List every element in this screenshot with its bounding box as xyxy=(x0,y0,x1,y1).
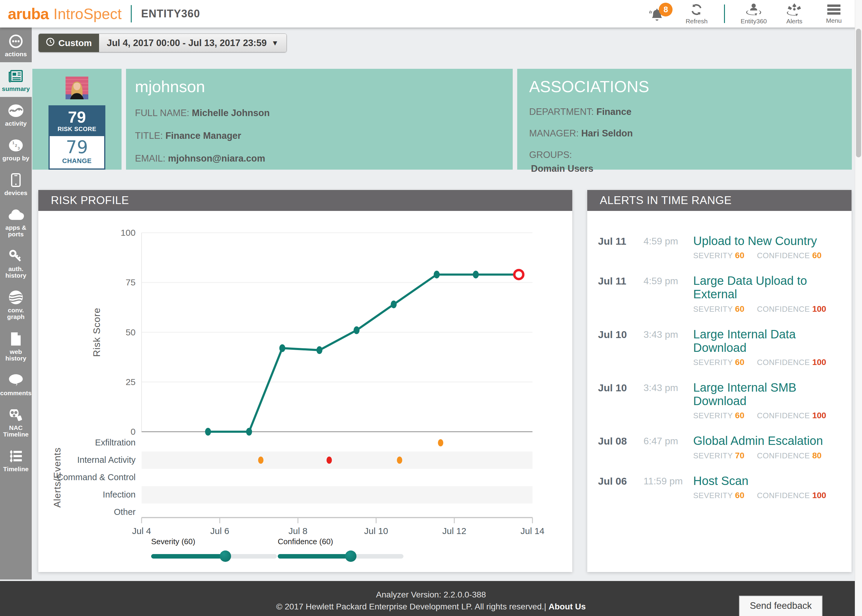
svg-text:Alerts/Events: Alerts/Events xyxy=(52,447,63,508)
about-us-link[interactable]: About Us xyxy=(549,602,586,611)
event-dot[interactable] xyxy=(397,457,402,464)
alert-date: Jul 08 xyxy=(598,434,643,460)
event-dot[interactable] xyxy=(258,457,263,464)
event-dot[interactable] xyxy=(438,439,443,446)
sidebar-item-apps-ports[interactable]: apps & ports xyxy=(0,201,32,242)
svg-text:Jul 4: Jul 4 xyxy=(132,526,151,536)
alert-confidence: CONFIDENCE 80 xyxy=(757,451,822,460)
alert-date: Jul 11 xyxy=(598,274,643,314)
current-risk-marker[interactable] xyxy=(514,270,523,279)
risk-point[interactable] xyxy=(434,271,440,278)
svg-text:Jul 6: Jul 6 xyxy=(211,526,229,536)
risk-point[interactable] xyxy=(473,271,479,278)
entity360-button[interactable]: Entity360 xyxy=(741,3,767,25)
alert-row: Jul 10 3:43 pm Large Internal SMB Downlo… xyxy=(598,381,846,420)
brand-logo: aruba IntroSpect xyxy=(8,5,122,23)
risk-point[interactable] xyxy=(279,344,285,352)
entity-info-card: mjohnson FULL NAME: Michelle Johnson TIT… xyxy=(126,69,513,170)
alert-confidence: CONFIDENCE 100 xyxy=(757,304,826,314)
scrollbar-thumb[interactable] xyxy=(856,29,861,157)
severity-slider-track[interactable] xyxy=(151,554,277,559)
notification-badge: 8 xyxy=(659,3,673,16)
menu-button[interactable]: Menu xyxy=(822,3,846,24)
alert-severity: SEVERITY 60 xyxy=(693,411,744,420)
alert-title-link[interactable]: Global Admin Escalation xyxy=(693,434,846,448)
time-range-control[interactable]: Custom Jul 4, 2017 00:00 - Jul 13, 2017 … xyxy=(38,33,287,52)
alert-title-link[interactable]: Large Internal Data Download xyxy=(693,328,846,355)
severity-slider-knob[interactable] xyxy=(220,550,231,562)
alert-confidence: CONFIDENCE 60 xyxy=(757,251,822,260)
user-photo xyxy=(60,77,93,99)
severity-slider-label: Severity (60) xyxy=(151,537,277,546)
time-range-value[interactable]: Jul 4, 2017 00:00 - Jul 13, 2017 23:59 ▼ xyxy=(99,34,286,52)
header-divider xyxy=(131,5,132,22)
event-dot[interactable] xyxy=(327,457,332,464)
page-scrollbar[interactable] xyxy=(855,0,862,616)
sidebar-item-activity[interactable]: activity xyxy=(0,97,32,132)
risk-point[interactable] xyxy=(316,346,322,354)
confidence-slider-label: Confidence (60) xyxy=(278,537,403,546)
sidebar-item-nac-timeline[interactable]: NAC Timeline xyxy=(0,401,32,443)
svg-text:25: 25 xyxy=(126,377,135,387)
severity-slider: Severity (60) xyxy=(151,537,277,559)
risk-point[interactable] xyxy=(246,428,252,435)
sidebar-item-summary[interactable]: summary xyxy=(0,62,32,97)
severity-slider-fill xyxy=(151,554,225,559)
risk-score-box: 79 RISK SCORE 79 CHANGE xyxy=(49,105,105,170)
risk-point[interactable] xyxy=(205,428,211,435)
sidebar-item-actions[interactable]: actions xyxy=(0,28,32,62)
sidebar-item-web-history[interactable]: web history xyxy=(0,325,32,366)
alert-time: 3:43 pm xyxy=(643,328,693,367)
sidebar-item-auth-history[interactable]: auth. history xyxy=(0,242,32,284)
alert-title-link[interactable]: Upload to New Country xyxy=(693,234,846,248)
time-range-mode-button[interactable]: Custom xyxy=(39,34,99,52)
send-feedback-button[interactable]: Send feedback xyxy=(739,596,823,616)
alerts-button[interactable]: Alerts xyxy=(782,3,806,25)
alert-severity: SEVERITY 70 xyxy=(693,451,744,460)
alert-confidence: CONFIDENCE 100 xyxy=(757,491,826,500)
alert-title-link[interactable]: Large Data Upload to External xyxy=(693,274,846,301)
devices-icon xyxy=(11,172,21,188)
sidebar-item-timeline[interactable]: Timeline xyxy=(0,443,32,477)
group-by-icon: 123 xyxy=(8,138,24,153)
risk-change-label: CHANGE xyxy=(50,157,104,165)
chevron-down-icon: ▼ xyxy=(272,39,278,47)
confidence-slider-fill xyxy=(278,554,351,559)
activity-icon xyxy=(8,103,24,118)
alert-title-link[interactable]: Large Internal SMB Download xyxy=(693,381,846,408)
confidence-slider-knob[interactable] xyxy=(345,550,357,562)
refresh-button[interactable]: Refresh xyxy=(684,3,708,25)
risk-profile-chart: 1007550250ExfiltrationInternal ActivityC… xyxy=(38,211,572,537)
risk-point[interactable] xyxy=(354,327,359,334)
alert-row: Jul 06 11:59 pm Host Scan SEVERITY 60 CO… xyxy=(598,474,846,500)
header-actions-divider xyxy=(724,5,725,23)
manager-row: MANAGER: Hari Seldon xyxy=(529,128,852,139)
notifications-button[interactable]: 8 xyxy=(645,5,669,22)
sidebar: actions summary activity 123 group by de… xyxy=(0,28,32,580)
timeline-icon xyxy=(9,448,23,464)
refresh-icon xyxy=(690,3,703,16)
svg-text:Command & Control: Command & Control xyxy=(57,472,135,482)
svg-text:100: 100 xyxy=(121,228,135,237)
risk-profile-heading: RISK PROFILE xyxy=(38,190,572,211)
actions-icon xyxy=(8,33,24,49)
alert-confidence: CONFIDENCE 100 xyxy=(757,411,826,420)
alert-row: Jul 10 3:43 pm Large Internal Data Downl… xyxy=(598,328,846,367)
alert-title-link[interactable]: Host Scan xyxy=(693,474,846,488)
sidebar-item-group-by[interactable]: 123 group by xyxy=(0,132,32,167)
sidebar-item-conv-graph[interactable]: conv. graph xyxy=(0,284,32,325)
risk-point[interactable] xyxy=(391,300,396,308)
sidebar-item-comments[interactable]: comments xyxy=(0,366,32,401)
page-title: ENTITY360 xyxy=(141,8,200,20)
groups-value-row: Domain Users xyxy=(529,163,852,174)
alert-confidence: CONFIDENCE 100 xyxy=(757,358,826,367)
menu-icon xyxy=(827,3,841,16)
analyzer-version: Analyzer Version: 2.2.0.0-388 xyxy=(0,590,862,600)
app-footer: Analyzer Version: 2.2.0.0-388 © 2017 Hew… xyxy=(0,581,862,616)
sidebar-item-devices[interactable]: devices xyxy=(0,167,32,201)
confidence-slider-track[interactable] xyxy=(278,554,403,559)
svg-text:Internal Activity: Internal Activity xyxy=(77,455,136,465)
entity-score-card: 79 RISK SCORE 79 CHANGE xyxy=(32,69,121,170)
associations-card: ASSOCIATIONS DEPARTMENT: Finance MANAGER… xyxy=(517,69,852,170)
department-row: DEPARTMENT: Finance xyxy=(529,107,852,117)
